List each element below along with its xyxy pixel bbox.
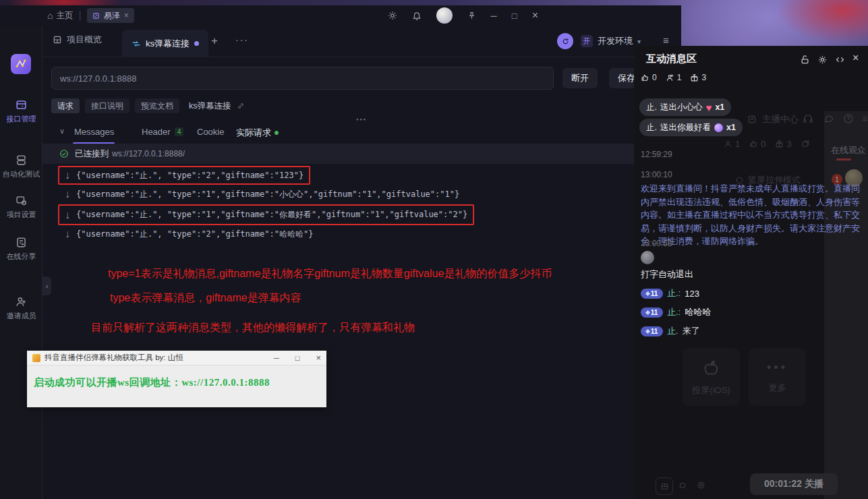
chat-username[interactable]: 止.: xyxy=(667,306,681,318)
level-number: 11 xyxy=(651,328,658,335)
settings-icon[interactable] xyxy=(388,11,397,20)
message-row: ↓ {"username":"止.", "type":"1","giftname… xyxy=(58,204,474,225)
header-count-badge: 4 xyxy=(175,127,184,136)
expand-code-icon[interactable] xyxy=(835,55,845,65)
new-tab-plus-icon[interactable]: + xyxy=(211,34,218,48)
ws-message-text: {"username":"止.", "type":"1","giftname":… xyxy=(76,209,467,221)
titlebar-divider: | xyxy=(78,9,81,22)
bouquet-gift-icon xyxy=(714,123,723,132)
tab-project-overview[interactable]: 项目概览 xyxy=(53,34,102,46)
project-tab-close-icon[interactable]: × xyxy=(124,11,129,20)
level-number: 11 xyxy=(651,290,658,297)
tab-label: ks弹幕连接 xyxy=(146,38,190,50)
sidebar-item-online-share[interactable]: 在线分享 xyxy=(0,236,42,262)
message-row: ↓ {"username":"止.", "type":"2","giftname… xyxy=(59,225,318,243)
gift-action: 送出你最好看 xyxy=(660,122,711,134)
console-maximize-icon[interactable]: □ xyxy=(295,354,300,362)
console-close-icon[interactable]: × xyxy=(316,353,321,363)
console-app-icon xyxy=(32,354,40,362)
panel-settings-icon[interactable] xyxy=(817,55,828,65)
minimize-icon[interactable]: ─ xyxy=(491,11,497,21)
env-menu-icon[interactable]: ≡ xyxy=(663,34,669,46)
auto-test-icon xyxy=(15,154,28,167)
tab-messages[interactable]: Messages xyxy=(74,127,114,137)
notifications-bell-icon[interactable] xyxy=(412,11,422,20)
home-button[interactable]: ⌂ 主页 xyxy=(47,10,73,22)
project-tabbar: 项目概览 ks弹幕连接 + ··· 开 开发环境 ▾ ≡ xyxy=(42,26,681,57)
console-message: 启动成功可以开播ws回调地址：ws://127.0.0.1:8888 xyxy=(27,365,326,389)
connection-row: 已连接到 ws://127.0.0.1:8888/ xyxy=(42,144,681,164)
console-title: 抖音直播伴侣弹幕礼物获取工具 by: 山恒 xyxy=(45,353,183,363)
ws-url-input[interactable] xyxy=(51,67,554,90)
sidebar-label: 自动化测试 xyxy=(3,169,40,179)
arrow-down-icon: ↓ xyxy=(65,169,70,181)
home-icon: ⌂ xyxy=(47,10,53,21)
chat-message: 11 止.: 123 xyxy=(641,287,699,299)
tab-request[interactable]: 请求 xyxy=(51,98,80,113)
tab-more-icon[interactable]: ··· xyxy=(235,34,249,45)
panel-viewer-stat: 1 xyxy=(666,73,682,82)
chat-user-avatar[interactable] xyxy=(641,251,654,264)
pin-icon[interactable] xyxy=(467,11,476,20)
sidebar-item-auto-test[interactable]: 自动化测试 xyxy=(0,154,42,179)
arrow-down-icon: ↓ xyxy=(65,209,70,221)
system-message: 打字自动退出 xyxy=(641,268,693,281)
sidebar-label: 在线分享 xyxy=(7,252,36,262)
tab-actual-request[interactable]: 实际请求 xyxy=(236,127,279,139)
tab-header[interactable]: Header 4 xyxy=(142,127,183,137)
env-name: 开发环境 xyxy=(598,35,633,47)
project-tab[interactable]: 易泽 × xyxy=(87,8,134,23)
sidebar-item-api-manage[interactable]: 接口管理 xyxy=(0,98,42,124)
app-logo[interactable] xyxy=(11,54,31,74)
sidebar-expand-handle[interactable]: › xyxy=(42,276,51,295)
arrow-down-icon: ↓ xyxy=(65,228,70,240)
gift-user: 止. xyxy=(646,122,657,134)
chat-timestamp: 12:59:29 xyxy=(641,150,672,159)
api-sidebar: 接口管理 自动化测试 项目设置 在线分享 邀请成员 xyxy=(0,26,42,499)
project-settings-icon xyxy=(15,194,28,207)
panel-like-count: 0 xyxy=(652,73,657,82)
gift-user: 止. xyxy=(646,102,657,113)
actual-request-dot xyxy=(274,131,279,135)
panel-close-icon[interactable]: × xyxy=(852,52,859,64)
chat-text: 来了 xyxy=(683,325,700,337)
sidebar-item-project-settings[interactable]: 项目设置 xyxy=(0,194,42,220)
project-tab-label: 易泽 xyxy=(104,10,120,22)
sidebar-item-invite-member[interactable]: 邀请成员 xyxy=(0,295,42,321)
panel-gift-stat: 3 xyxy=(690,73,706,82)
environment-selector[interactable]: 开 开发环境 ▾ xyxy=(581,32,641,51)
tab-ws-connection[interactable]: ks弹幕连接 xyxy=(122,30,208,57)
collapse-chevron-icon[interactable]: ∨ xyxy=(59,127,65,136)
gift-count: x1 xyxy=(715,102,724,112)
chat-username[interactable]: 止.: xyxy=(667,287,681,299)
maximize-icon[interactable]: □ xyxy=(512,11,517,21)
console-minimize-icon[interactable]: ─ xyxy=(274,354,279,362)
arrow-down-icon: ↓ xyxy=(65,188,70,200)
close-icon[interactable]: × xyxy=(532,9,538,22)
chat-text: 哈哈哈 xyxy=(685,306,711,318)
panel-title: 互动消息区 xyxy=(646,53,697,65)
live-companion-window: 主播中心 ≡ 1 0 3 在线观众 竖屏拉伸模式 1 xyxy=(634,46,868,499)
chat-username[interactable]: 止. xyxy=(667,325,678,337)
platform-notice: 欢迎来到直播间！抖音严禁未成年人直播或打赏。直播间内严禁出现违法违规、低俗色情、… xyxy=(641,182,865,248)
panel-splitter[interactable]: ▪▪▪ xyxy=(42,115,681,121)
sync-refresh-icon[interactable] xyxy=(557,33,573,49)
annotation-line: type表示弹幕消息，giftname是弹幕内容 xyxy=(110,291,301,305)
tab-api-doc[interactable]: 接口说明 xyxy=(85,98,129,113)
tab-cookie[interactable]: Cookie xyxy=(197,127,224,137)
console-titlebar[interactable]: 抖音直播伴侣弹幕礼物获取工具 by: 山恒 ─ □ × xyxy=(27,351,326,365)
api-titlebar-left: ⌂ 主页 | 易泽 × xyxy=(47,5,134,26)
chat-message: 11 止.: 哈哈哈 xyxy=(641,306,711,318)
unlock-icon[interactable] xyxy=(800,55,810,65)
message-tabs: ∨ Messages Header 4 Cookie 实际请求 xyxy=(42,121,681,144)
link-icon[interactable] xyxy=(237,102,245,110)
level-diamond-icon xyxy=(645,310,650,314)
disconnect-button[interactable]: 断开 xyxy=(562,68,598,88)
unsaved-dot xyxy=(194,41,199,46)
gift-count: x1 xyxy=(726,123,736,132)
level-badge: 11 xyxy=(641,307,663,318)
user-avatar[interactable] xyxy=(436,7,453,24)
gift-icon xyxy=(690,74,699,82)
message-row: ↓ {"username":"止.", "type":"2","giftname… xyxy=(58,166,310,185)
tab-preview-doc[interactable]: 预览文档 xyxy=(135,98,179,113)
